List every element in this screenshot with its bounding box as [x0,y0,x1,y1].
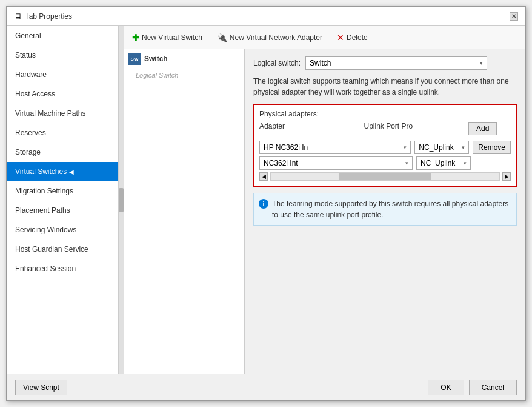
info-row: i The teaming mode supported by this swi… [253,193,517,226]
horizontal-scrollbar[interactable]: ◀ ▶ [259,172,511,181]
switch-icon: SW [128,53,141,65]
cancel-button[interactable]: Cancel [469,380,517,395]
logical-switch-label: Logical switch: [253,59,301,67]
left-panel: SW Switch Logical Switch [124,49,245,374]
adapter-row-1: HP NC362i In ▾ NC_Uplink ▾ Remove [259,141,511,154]
chevron-down-icon-1: ▾ [404,144,407,150]
sidebar-item-placement-paths[interactable]: Placement Paths [7,201,118,220]
scroll-left-arrow[interactable]: ◀ [259,172,268,181]
remove-button-1[interactable]: Remove [473,141,511,154]
sidebar-item-vm-paths[interactable]: Virtual Machine Paths [7,104,118,123]
uplink-dropdown-1[interactable]: NC_Uplink ▾ [414,141,469,154]
sidebar-item-status[interactable]: Status [7,45,118,65]
dialog-body: General Status Hardware Host Access Virt… [7,26,525,374]
sidebar-scrollbar[interactable] [119,26,124,374]
view-script-button[interactable]: View Script [15,380,67,395]
uplink-dropdown-2[interactable]: NC_Uplink ▾ [416,156,471,170]
delete-button[interactable]: ✕ Delete [334,32,370,44]
col-adapter-header: Adapter [259,122,364,135]
active-indicator: ◀ [69,169,74,175]
toolbar: ✚ New Virtual Switch 🔌 New Virtual Netwo… [124,26,525,49]
main-content: ✚ New Virtual Switch 🔌 New Virtual Netwo… [124,26,525,374]
adapters-table-header: Adapter Uplink Port Pro Add [259,122,511,138]
title-bar: 🖥 lab Properties ✕ [7,7,525,26]
logical-switch-dropdown[interactable]: Switch ▾ [305,56,487,70]
sidebar-item-hardware[interactable]: Hardware [7,65,118,84]
physical-adapters-label: Physical adapters: [259,110,511,118]
scroll-thumb [339,173,431,180]
dialog-title: lab Properties [27,12,72,21]
tree-switch-item[interactable]: SW Switch [124,49,244,69]
sidebar-item-general[interactable]: General [7,26,118,45]
scroll-right-arrow[interactable]: ▶ [502,172,511,181]
close-button[interactable]: ✕ [510,12,518,21]
info-icon: i [259,199,268,209]
chevron-down-icon-3: ▾ [405,160,408,166]
footer-right: OK Cancel [428,380,517,395]
dialog: 🖥 lab Properties ✕ General Status Hardwa… [6,6,526,401]
chevron-down-icon-4: ▾ [464,160,467,166]
dialog-icon: 🖥 [14,12,22,21]
right-panel: Logical switch: Switch ▾ The logical swi… [245,49,525,374]
title-bar-controls: ✕ [510,12,518,21]
chevron-down-icon: ▾ [480,60,483,66]
sidebar-item-servicing-windows[interactable]: Servicing Windows [7,220,118,240]
chevron-down-icon-2: ▾ [462,144,465,150]
sidebar-item-host-guardian[interactable]: Host Guardian Service [7,240,118,259]
plus-icon: ✚ [132,33,139,42]
tree-logical-switch-label: Logical Switch [124,69,244,81]
adapter-dropdown-2[interactable]: NC362i Int ▾ [259,156,413,170]
col-uplink-header: Uplink Port Pro [364,122,469,135]
description-text: The logical switch supports teaming whic… [253,76,517,98]
scroll-track[interactable] [270,172,500,181]
add-button[interactable]: Add [468,122,497,135]
content-area: SW Switch Logical Switch Logical switch:… [124,49,525,374]
logical-switch-row: Logical switch: Switch ▾ [253,56,517,70]
sidebar: General Status Hardware Host Access Virt… [7,26,119,374]
tree-switch-label: Switch [144,55,168,63]
info-text: The teaming mode supported by this switc… [272,198,511,220]
new-virtual-network-adapter-button[interactable]: 🔌 New Virtual Network Adapter [214,32,325,44]
dialog-footer: View Script OK Cancel [7,374,525,400]
adapter-row-2: NC362i Int ▾ NC_Uplink ▾ [259,156,511,170]
delete-icon: ✕ [337,33,344,42]
sidebar-item-enhanced-session[interactable]: Enhanced Session [7,259,118,278]
sidebar-item-virtual-switches[interactable]: Virtual Switches ◀ [7,162,118,181]
sidebar-item-storage[interactable]: Storage [7,143,118,162]
sidebar-item-host-access[interactable]: Host Access [7,84,118,104]
sidebar-item-migration-settings[interactable]: Migration Settings [7,181,118,201]
adapter-dropdown-1[interactable]: HP NC362i In ▾ [259,141,411,154]
col-add-header: Add [468,122,511,135]
adapter-icon: 🔌 [217,33,227,42]
new-virtual-switch-button[interactable]: ✚ New Virtual Switch [130,32,205,44]
sidebar-item-reserves[interactable]: Reserves [7,123,118,143]
footer-left: View Script [15,380,67,395]
physical-adapters-box: Physical adapters: Adapter Uplink Port P… [253,104,517,187]
ok-button[interactable]: OK [428,380,464,395]
